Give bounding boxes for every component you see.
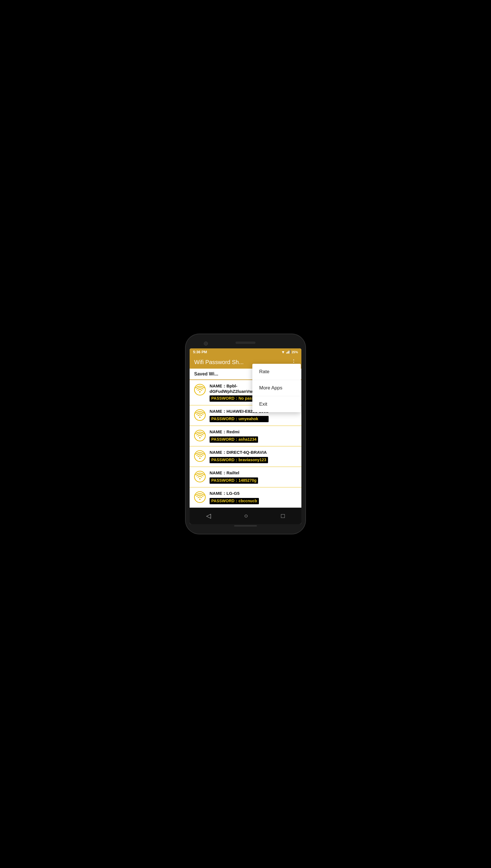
wifi-name-5: NAME：Railtel	[209, 470, 258, 476]
wifi-name-6: NAME：LG-G5	[209, 491, 259, 496]
wifi-item-6[interactable]: NAME：LG-G5 PASSWORD：cbccnucb	[190, 488, 301, 508]
menu-item-rate[interactable]: Rate	[252, 364, 301, 380]
sub-header-text: Saved Wi...	[194, 371, 218, 376]
wifi-info-6: NAME：LG-G5 PASSWORD：cbccnucb	[209, 491, 259, 504]
wifi-info-3: NAME：Redmi PASSWORD：asha1234	[209, 429, 258, 443]
wifi-status-icon: ▼	[281, 350, 285, 354]
app-title: Wifi Password Sh...	[194, 359, 243, 366]
wifi-icon-5	[194, 471, 206, 483]
phone-bottom	[190, 524, 301, 529]
svg-point-11	[199, 498, 201, 500]
wifi-name-4: NAME：DIRECT-6Q-BRAVIA	[209, 450, 268, 455]
wifi-item-3[interactable]: NAME：Redmi PASSWORD：asha1234	[190, 426, 301, 446]
battery-status: 25%	[292, 350, 298, 354]
wifi-password-3: PASSWORD：asha1234	[209, 436, 258, 443]
phone-top	[190, 339, 301, 348]
status-time: 5:36 PM	[193, 350, 207, 354]
wifi-icon-wrap-3	[194, 429, 206, 442]
wifi-password-6: PASSWORD：cbccnucb	[209, 498, 259, 504]
svg-point-5	[199, 437, 201, 438]
wifi-icon-4	[194, 450, 206, 462]
menu-item-exit[interactable]: Exit	[252, 396, 301, 412]
wifi-icon-wrap-5	[194, 470, 206, 483]
svg-point-7	[199, 458, 201, 459]
wifi-info-5: NAME：Railtel PASSWORD：1485270g	[209, 470, 258, 484]
wifi-icon-wrap-6	[194, 491, 206, 503]
wifi-icon-1	[194, 384, 206, 396]
home-indicator	[234, 525, 257, 526]
svg-point-3	[199, 416, 201, 418]
camera	[204, 342, 208, 345]
wifi-icon-6	[194, 491, 206, 503]
wifi-icon-2	[194, 409, 206, 421]
status-bar: 5:36 PM ▼ 25%	[190, 348, 301, 355]
wifi-icon-3	[194, 430, 206, 441]
wifi-icon-wrap-4	[194, 450, 206, 462]
phone-screen: 5:36 PM ▼ 25% Wifi Password Sh...	[190, 348, 301, 524]
wifi-info-4: NAME：DIRECT-6Q-BRAVIA PASSWORD：braviason…	[209, 450, 268, 463]
speaker	[235, 342, 256, 344]
menu-item-more-apps[interactable]: More Apps	[252, 380, 301, 396]
svg-point-1	[199, 391, 201, 393]
nav-home-button[interactable]: ○	[239, 511, 253, 521]
signal-icon	[286, 349, 291, 354]
svg-point-9	[199, 478, 201, 479]
wifi-password-4: PASSWORD：braviasony123	[209, 457, 268, 463]
dropdown-menu: Rate More Apps Exit	[252, 364, 301, 412]
wifi-item-5[interactable]: NAME：Railtel PASSWORD：1485270g	[190, 467, 301, 488]
nav-back-button[interactable]: ◁	[201, 511, 216, 521]
wifi-item-4[interactable]: NAME：DIRECT-6Q-BRAVIA PASSWORD：braviason…	[190, 446, 301, 467]
wifi-password-5: PASSWORD：1485270g	[209, 477, 258, 484]
wifi-icon-wrap-1	[194, 383, 206, 396]
wifi-icon-wrap-2	[194, 409, 206, 421]
nav-bar: ◁ ○ □	[190, 508, 301, 524]
status-icons: ▼ 25%	[281, 349, 298, 354]
wifi-password-2: PASSWORD：umyeahok	[209, 416, 268, 422]
nav-recent-button[interactable]: □	[276, 511, 290, 521]
phone-device: 5:36 PM ▼ 25% Wifi Password Sh...	[185, 334, 306, 534]
wifi-name-3: NAME：Redmi	[209, 429, 258, 435]
